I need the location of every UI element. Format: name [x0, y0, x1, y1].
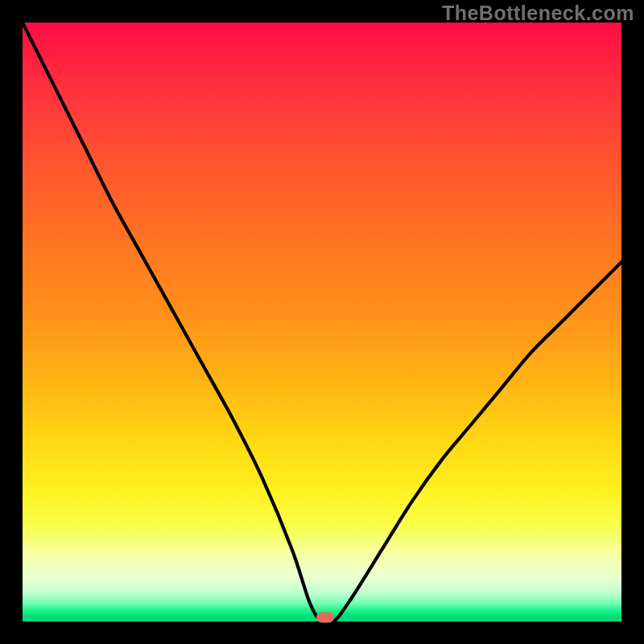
- brand-watermark: TheBottleneck.com: [442, 2, 634, 25]
- bottleneck-curve: [23, 23, 621, 621]
- optimum-marker: [316, 612, 334, 622]
- chart-stage: TheBottleneck.com: [0, 0, 644, 644]
